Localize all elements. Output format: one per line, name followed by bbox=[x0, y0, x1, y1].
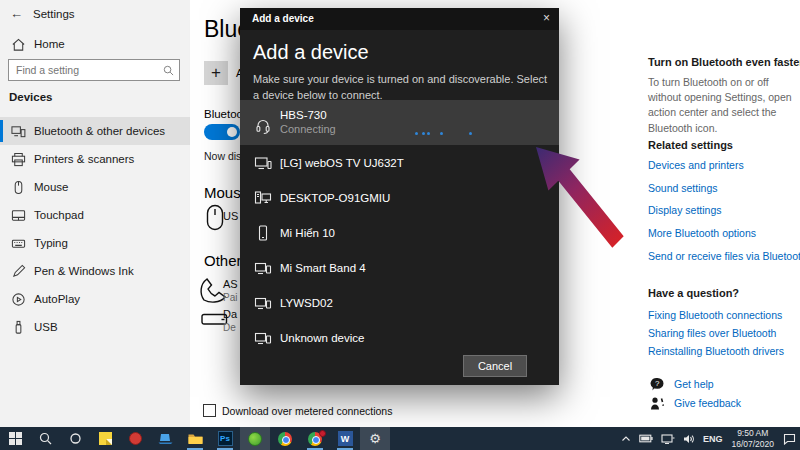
photoshop-icon: Ps bbox=[218, 431, 233, 446]
sidebar-item-label: Typing bbox=[34, 237, 68, 249]
add-device-button[interactable]: + bbox=[204, 61, 228, 85]
sidebar-item-touchpad[interactable]: Touchpad bbox=[0, 201, 190, 229]
mouse-device-name: US bbox=[223, 210, 238, 222]
other-device-status: De bbox=[223, 322, 236, 333]
svg-text:?: ? bbox=[655, 379, 660, 388]
other-device-name: AS bbox=[223, 278, 238, 290]
give-feedback-label: Give feedback bbox=[674, 397, 741, 409]
tray-clock[interactable]: 9:50 AM 16/07/2020 bbox=[726, 428, 779, 448]
network-indicator[interactable] bbox=[657, 427, 679, 450]
add-device-dialog: Add a device × Add a device Make sure yo… bbox=[240, 8, 559, 385]
tip-heading: Turn on Bluetooth even faster bbox=[648, 56, 800, 68]
word-button[interactable]: W bbox=[330, 427, 360, 450]
cortana-button[interactable] bbox=[60, 427, 90, 450]
cortana-icon bbox=[69, 432, 82, 445]
dialog-titlebar-text: Add a device bbox=[252, 13, 314, 24]
battery-icon bbox=[639, 434, 653, 443]
speaker-icon bbox=[683, 434, 695, 444]
metered-checkbox[interactable] bbox=[203, 404, 216, 417]
device-name: [LG] webOS TV UJ632T bbox=[280, 157, 404, 169]
settings-taskbar-button[interactable]: ⚙ bbox=[360, 427, 390, 450]
sidebar-item-pen[interactable]: Pen & Windows Ink bbox=[0, 257, 190, 285]
device-name: LYWSD02 bbox=[280, 297, 333, 309]
device-row-mi-phone[interactable]: Mi Hiển 10 bbox=[240, 215, 559, 250]
usb-icon bbox=[11, 320, 26, 335]
ethernet-icon bbox=[661, 434, 675, 444]
notification-badge bbox=[319, 430, 326, 437]
device-row-mi-band[interactable]: Mi Smart Band 4 bbox=[240, 250, 559, 285]
related-settings-heading: Related settings bbox=[648, 139, 733, 151]
device-row-unknown[interactable]: Unknown device bbox=[240, 320, 559, 355]
search-icon[interactable] bbox=[163, 65, 174, 76]
get-help-link[interactable]: ? Get help bbox=[650, 377, 665, 396]
get-help-label: Get help bbox=[674, 378, 714, 390]
back-button[interactable]: ← bbox=[10, 6, 23, 21]
battery-indicator[interactable] bbox=[635, 427, 657, 450]
language-indicator[interactable]: ENG bbox=[699, 427, 727, 450]
word-icon: W bbox=[338, 431, 353, 446]
sidebar-item-label: Printers & scanners bbox=[34, 153, 134, 165]
taskbar: Ps W ⚙ bbox=[0, 427, 800, 450]
link-sound-settings[interactable]: Sound settings bbox=[648, 182, 717, 194]
device-row-desktop[interactable]: DESKTOP-O91GMIU bbox=[240, 180, 559, 215]
chrome-button[interactable] bbox=[270, 427, 300, 450]
taskbar-search-button[interactable] bbox=[30, 427, 60, 450]
search-icon bbox=[39, 432, 52, 445]
link-send-receive-files[interactable]: Send or receive files via Bluetooth bbox=[648, 250, 800, 262]
chevron-up-icon bbox=[621, 435, 631, 443]
laptop-app-button[interactable] bbox=[150, 427, 180, 450]
generic-device-icon bbox=[254, 329, 272, 347]
sidebar-item-usb[interactable]: USB bbox=[0, 313, 190, 341]
tray-chevron-button[interactable] bbox=[617, 427, 635, 450]
link-sharing-files[interactable]: Sharing files over Bluetooth bbox=[648, 327, 776, 339]
sidebar-item-autoplay[interactable]: AutoPlay bbox=[0, 285, 190, 313]
sidebar-item-label: Mouse bbox=[34, 181, 69, 193]
unikey-button[interactable] bbox=[120, 427, 150, 450]
sidebar-item-home[interactable]: Home bbox=[0, 33, 190, 57]
chrome-profile-button[interactable] bbox=[300, 427, 330, 450]
photoshop-button[interactable]: Ps bbox=[210, 427, 240, 450]
sidebar-item-label: Pen & Windows Ink bbox=[34, 265, 134, 277]
start-button[interactable] bbox=[0, 427, 30, 450]
link-more-bluetooth-options[interactable]: More Bluetooth options bbox=[648, 227, 756, 239]
unikey-icon bbox=[129, 432, 142, 445]
pen-icon bbox=[11, 264, 26, 279]
file-explorer-button[interactable] bbox=[180, 427, 210, 450]
link-display-settings[interactable]: Display settings bbox=[648, 204, 722, 216]
sidebar-item-bluetooth[interactable]: Bluetooth & other devices bbox=[0, 117, 190, 145]
link-fixing-bluetooth[interactable]: Fixing Bluetooth connections bbox=[648, 309, 782, 321]
green-app-button[interactable] bbox=[240, 427, 270, 450]
device-name: Mi Smart Band 4 bbox=[280, 262, 366, 274]
sidebar-item-typing[interactable]: Typing bbox=[0, 229, 190, 257]
bluetooth-toggle[interactable] bbox=[204, 124, 240, 140]
action-center-icon bbox=[783, 433, 796, 445]
link-devices-and-printers[interactable]: Devices and printers bbox=[648, 159, 744, 171]
sticky-notes-button[interactable] bbox=[90, 427, 120, 450]
gear-icon: ⚙ bbox=[369, 432, 381, 445]
bluetooth-devices-icon bbox=[11, 124, 26, 139]
device-name: Unknown device bbox=[280, 332, 364, 344]
search-input[interactable] bbox=[9, 60, 159, 80]
device-row-hbs730[interactable]: HBS-730 Connecting bbox=[240, 100, 559, 145]
mouse-icon bbox=[206, 204, 224, 231]
autoplay-icon bbox=[11, 292, 26, 307]
window-title: Settings bbox=[33, 8, 75, 20]
action-center-button[interactable] bbox=[779, 427, 800, 450]
device-row-lg-tv[interactable]: [LG] webOS TV UJ632T bbox=[240, 145, 559, 180]
link-reinstalling-drivers[interactable]: Reinstalling Bluetooth drivers bbox=[648, 345, 784, 357]
sidebar-item-label: Touchpad bbox=[34, 209, 84, 221]
device-row-lywsd02[interactable]: LYWSD02 bbox=[240, 285, 559, 320]
close-icon[interactable]: × bbox=[543, 11, 550, 25]
system-tray: ENG 9:50 AM 16/07/2020 bbox=[617, 427, 800, 450]
tip-body: To turn Bluetooth on or off without open… bbox=[648, 75, 798, 136]
give-feedback-link[interactable]: Give feedback bbox=[650, 396, 665, 415]
cancel-button[interactable]: Cancel bbox=[463, 355, 527, 377]
sidebar-item-printers[interactable]: Printers & scanners bbox=[0, 145, 190, 173]
volume-indicator[interactable] bbox=[679, 427, 699, 450]
sidebar-item-label: AutoPlay bbox=[34, 293, 80, 305]
generic-device-icon bbox=[254, 259, 272, 277]
sidebar: ← Settings Home Devices Bluetooth & othe… bbox=[0, 0, 190, 427]
sidebar-item-mouse[interactable]: Mouse bbox=[0, 173, 190, 201]
dialog-titlebar: Add a device × bbox=[240, 8, 559, 30]
question-heading: Have a question? bbox=[648, 287, 739, 299]
